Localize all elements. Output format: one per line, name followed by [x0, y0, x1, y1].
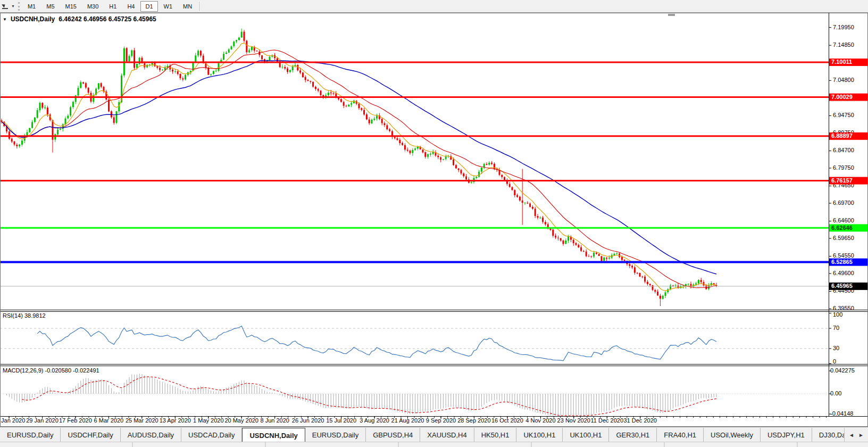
tab-fra40-h1-12[interactable]: FRA40,H1	[657, 428, 704, 442]
price-tick-label: 6.64600	[833, 217, 854, 224]
tab-hk50-h1-8[interactable]: HK50,H1	[474, 428, 517, 442]
date-tick-label: 1 May 2020	[193, 417, 223, 424]
date-tick-label: 21 Aug 2020	[391, 417, 424, 424]
chevron-down-icon[interactable]: ▼	[11, 4, 15, 8]
date-tick-label: 28 Sep 2020	[457, 417, 490, 424]
rsi-tick-label: 100	[833, 311, 842, 318]
ohlc-readout: 6.46242 6.46956 6.45725 6.45965	[59, 15, 156, 23]
svg-text:6.52865: 6.52865	[831, 259, 853, 265]
symbol-tabs: EURUSD,DailyUSDCHF,DailyAUDUSD,DailyUSDC…	[0, 428, 845, 442]
date-tick-label: 6 Mar 2020	[94, 417, 124, 424]
chart-window[interactable]: ▼ USDCNH,Daily 6.46242 6.46956 6.45725 6…	[0, 13, 868, 427]
date-tick-label: 23 Nov 2020	[557, 417, 590, 424]
svg-text:6.76157: 6.76157	[831, 177, 853, 184]
date-tick-label: 3 Aug 2020	[360, 417, 389, 424]
timeframe-button-d1[interactable]: D1	[140, 1, 157, 12]
macd-tick-label: 0.00	[830, 390, 841, 396]
date-tick-label: 15 Jul 2020	[326, 417, 356, 424]
svg-text:6.62646: 6.62646	[831, 225, 853, 231]
date-tick-label: 29 Jan 2020	[26, 417, 59, 424]
date-tick-label: 20 May 2020	[224, 417, 258, 424]
svg-text:6.45965: 6.45965	[831, 283, 853, 289]
chart-shift-icon	[2, 3, 10, 10]
timeframe-button-m1[interactable]: M1	[23, 1, 40, 12]
price-tick-label: 6.59650	[833, 235, 854, 241]
rsi-tick-label: 70	[833, 325, 839, 331]
macd-tick-label: -0.04148	[830, 410, 853, 417]
chart-scroll-thumb[interactable]	[668, 14, 675, 16]
price-tick-label: 6.54550	[833, 252, 854, 259]
macd-tick-label: 0.042275	[830, 367, 855, 374]
timeframe-button-mn[interactable]: MN	[178, 1, 197, 12]
date-tick-label: 31 Dec 2020	[624, 417, 657, 424]
timeframe-button-m15[interactable]: M15	[61, 1, 81, 12]
tab-eurusd-daily-0[interactable]: EURUSD,Daily	[0, 428, 61, 442]
timeframe-button-group: M1M5M15M30H1H4D1W1MN	[22, 1, 197, 12]
price-tick-label: 7.04800	[833, 77, 854, 83]
date-tick-label: 9 Sep 2020	[426, 417, 456, 424]
toolbar-grip-handle[interactable]	[18, 2, 20, 11]
date-tick-label: 17 Feb 2020	[59, 417, 92, 424]
date-tick-label: 4 Nov 2020	[525, 417, 555, 424]
tab-scroll-left-icon[interactable]: ◄	[849, 432, 854, 438]
symbol-tabbar: EURUSD,DailyUSDCHF,DailyAUDUSD,DailyUSDC…	[0, 427, 868, 447]
timeframe-button-m5[interactable]: M5	[41, 1, 59, 12]
svg-text:6.88897: 6.88897	[831, 133, 853, 139]
toolbar-separator	[199, 2, 201, 11]
tab-usdjpy-h1-14[interactable]: USDJPY,H1	[761, 428, 812, 442]
tab-uk100-h1-10[interactable]: UK100,H1	[563, 428, 609, 442]
tab-ger30-h1-11[interactable]: GER30,H1	[609, 428, 657, 442]
tab-xauusd-h4-7[interactable]: XAUUSD,H4	[420, 428, 474, 442]
date-tick-label: 13 Apr 2020	[160, 417, 191, 424]
price-tick-label: 6.69700	[833, 200, 854, 206]
tab-audusd-daily-2[interactable]: AUDUSD,Daily	[121, 428, 181, 442]
tab-dj30-daily-15[interactable]: DJ30,Daily	[812, 428, 845, 442]
tabbar-understrip	[0, 442, 868, 447]
tab-usdcnh-daily-4[interactable]: USDCNH,Daily	[242, 428, 305, 442]
date-tick-label: 25 Mar 2020	[126, 417, 158, 424]
rsi-tick-label: 30	[833, 345, 839, 351]
svg-text:7.10011: 7.10011	[831, 59, 852, 65]
tab-scroll-arrows: ◄ ►	[844, 428, 868, 442]
tab-usoil-weekly-13[interactable]: USOil,Weekly	[704, 428, 761, 442]
symbol-dropdown-icon[interactable]: ▼	[3, 17, 7, 22]
top-toolbar: ▼ M1M5M15M30H1H4D1W1MN	[0, 0, 868, 13]
svg-text:7.00029: 7.00029	[831, 94, 853, 100]
chart-title: ▼ USDCNH,Daily 6.46242 6.46956 6.45725 6…	[3, 15, 156, 23]
tab-usdcad-daily-3[interactable]: USDCAD,Daily	[181, 428, 242, 442]
price-tick-label: 6.94750	[833, 112, 854, 118]
price-tick-label: 6.84700	[833, 147, 854, 153]
price-tick-label: 6.39550	[833, 305, 854, 311]
price-tick-label: 7.14850	[833, 42, 854, 48]
timeframe-button-h4[interactable]: H4	[122, 1, 139, 12]
tab-uk100-h1-9[interactable]: UK100,H1	[516, 428, 563, 442]
symbol-name: USDCNH,Daily	[11, 15, 55, 23]
date-tick-label: 10 Jan 2020	[0, 417, 25, 424]
price-tick-label: 7.19950	[833, 24, 854, 30]
rsi-indicator-label: RSI(14) 38.9812	[3, 312, 46, 319]
tab-gbpusd-h4-6[interactable]: GBPUSD,H4	[366, 428, 420, 442]
timeframe-button-h1[interactable]: H1	[104, 1, 121, 12]
tab-usdchf-daily-1[interactable]: USDCHF,Daily	[61, 428, 120, 442]
tab-eurusd-daily-5[interactable]: EURUSD,Daily	[305, 428, 366, 442]
price-tick-label: 6.49600	[833, 270, 854, 276]
date-tick-label: 16 Oct 2020	[491, 417, 523, 424]
timeframe-button-w1[interactable]: W1	[159, 1, 178, 12]
rsi-tick-label: 0	[833, 358, 836, 365]
chart-shift-button[interactable]: ▼	[0, 0, 17, 12]
timeframe-button-m30[interactable]: M30	[82, 1, 103, 12]
date-tick-label: 26 Jun 2020	[292, 417, 324, 424]
price-tick-label: 6.79750	[833, 164, 854, 171]
tab-scroll-right-icon[interactable]: ►	[858, 432, 864, 438]
chart-canvas[interactable]: 7.199507.148507.098507.048006.997506.947…	[0, 13, 868, 427]
macd-indicator-label: MACD(12,26,9) -0.020580 -0.022491	[3, 367, 99, 374]
date-tick-label: 8 Jun 2020	[260, 417, 289, 424]
date-tick-label: 11 Dec 2020	[591, 417, 624, 424]
